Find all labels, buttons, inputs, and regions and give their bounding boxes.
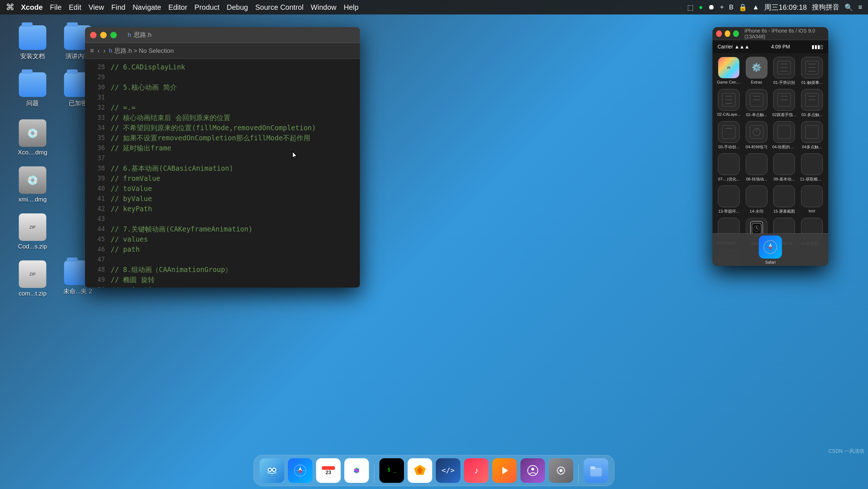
menubar-icon-screen[interactable]: ⬚ [687, 3, 694, 12]
window-minimize-btn[interactable] [100, 32, 107, 38]
desktop-icon-com-zip[interactable]: ZIP com...t.zip [11, 260, 54, 297]
app-item-04-multitouch[interactable]: 04多点触... [800, 121, 824, 150]
dock-finder[interactable] [260, 458, 284, 483]
app-icon-test [801, 186, 823, 207]
app-item-test[interactable]: test [800, 186, 824, 214]
app-label-04-multitouch: 04多点触... [802, 144, 822, 150]
dock-folder[interactable] [584, 458, 608, 483]
code-line-32: 32 // =.= [85, 102, 360, 112]
menubar-xcode[interactable]: Xcode [21, 3, 43, 12]
code-line-50: 50 // animations [85, 285, 360, 288]
menubar-source-control[interactable]: Source Control [255, 3, 303, 12]
menubar-find[interactable]: Find [111, 3, 125, 12]
dock-safari[interactable]: Safari [759, 235, 782, 264]
dock-safari-main[interactable] [288, 458, 312, 483]
svg-rect-21 [722, 126, 735, 139]
app-item-03-manual[interactable]: 03-手动创... [717, 121, 741, 150]
code-line-48: 48 // 8.组动画（CAAnimationGroup） [85, 264, 360, 275]
dock-xcode[interactable]: </> [436, 458, 460, 483]
sim-carrier: Carrier ▲▲▲ [718, 44, 749, 50]
menubar-icon-plus[interactable]: + [720, 3, 724, 11]
desktop-icon-xco-dmg[interactable]: 💿 Xco....dmg [11, 119, 54, 156]
desktop-icon-cod-zip[interactable]: ZIP Cod...s.zip [11, 213, 54, 250]
code-line-47: 47 [85, 254, 360, 264]
code-area[interactable]: 28 // 6.CADisplayLink 29 30 // 5.核心动画 简介… [85, 59, 360, 288]
app-item-07-opt[interactable]: 07-...(优化... [717, 153, 741, 182]
dock-music[interactable]: ♪ [464, 458, 489, 483]
svg-text:♪: ♪ [474, 465, 478, 475]
menubar-window[interactable]: Window [311, 3, 336, 12]
svg-rect-66 [590, 466, 595, 469]
code-line-39: 39 // fromValue [85, 173, 360, 183]
dock-photos[interactable] [344, 458, 369, 483]
app-item-extras[interactable]: ⚙️ Extras [745, 57, 769, 85]
app-item-game-center[interactable]: 🎮 Game Center [717, 57, 741, 85]
menubar-icon-bt[interactable]: B [729, 3, 734, 11]
app-icon-04-draw [773, 121, 795, 143]
code-line-38: 38 // 6.基本动画(CABasicAnimation) [85, 163, 360, 173]
menubar-navigate[interactable]: Navigate [133, 3, 161, 12]
code-line-45: 45 // values [85, 234, 360, 244]
svg-point-62 [531, 468, 534, 471]
sim-max-btn[interactable] [733, 30, 739, 37]
svg-rect-26 [778, 126, 791, 139]
menubar-edit[interactable]: Edit [69, 3, 81, 12]
sim-close-btn[interactable] [716, 30, 722, 37]
xcode-filename: 思路.h [134, 31, 151, 39]
app-label-01-gesture: 01-手势识别 [773, 80, 795, 85]
app-item-01-touch[interactable]: 01-触摸事... [800, 57, 824, 85]
menubar-icon-wifi[interactable]: ▲ [752, 3, 759, 11]
app-icon-08-transition [746, 153, 767, 175]
code-line-36: 36 // 延时输出frame [85, 143, 360, 153]
menubar-icon-record[interactable]: ⏺ [708, 3, 715, 11]
app-item-15-screencap[interactable]: 15-屏幕截图 [772, 186, 796, 214]
xcode-forward-btn[interactable]: › [103, 47, 106, 55]
app-item-02-follow[interactable]: 02跟着手指... [772, 89, 796, 118]
desktop-icon-安装文档[interactable]: 安装文档 [11, 25, 54, 60]
dock-calendar[interactable]: 23 [316, 458, 341, 483]
app-item-09-basic[interactable]: 09-基本动... [772, 153, 796, 182]
app-item-14-watermark[interactable]: 14-水印 [745, 186, 769, 214]
menubar-debug[interactable]: Debug [227, 3, 248, 12]
app-item-08-transition[interactable]: 08-转场动... [745, 153, 769, 182]
window-close-btn[interactable] [90, 32, 97, 38]
menubar-product[interactable]: Product [195, 3, 220, 12]
menubar-file[interactable]: File [50, 3, 61, 12]
dock-alfred[interactable] [520, 458, 545, 483]
dock-video[interactable] [492, 458, 517, 483]
app-item-13-ring[interactable]: 13-带圆环... [717, 186, 741, 214]
code-line-28: 28 // 6.CADisplayLink [85, 62, 360, 72]
window-maximize-btn[interactable] [110, 32, 117, 38]
menubar-search[interactable]: 🔍 [844, 3, 853, 12]
dock-terminal[interactable]: $ _ [379, 458, 404, 483]
svg-marker-60 [502, 467, 508, 474]
menubar-help[interactable]: Help [344, 3, 358, 12]
svg-point-40 [273, 469, 275, 471]
menubar-list[interactable]: ≡ [858, 3, 862, 11]
app-item-04-clock[interactable]: 04-时钟练习 [745, 121, 769, 150]
dock-sketch[interactable] [408, 458, 432, 483]
app-label-02-single: 02-单点触... [746, 112, 767, 118]
sim-min-btn[interactable] [725, 30, 731, 37]
svg-text:23: 23 [326, 469, 331, 475]
menubar-icon-lock[interactable]: 🔒 [739, 3, 747, 12]
menubar-ime[interactable]: 搜狗拼音 [812, 3, 839, 12]
dock-system-prefs[interactable] [549, 458, 573, 483]
sim-dock: Safari [712, 233, 828, 266]
app-item-03-multi[interactable]: 03-多点触... [800, 89, 824, 118]
desktop-icon-xmi-dmg[interactable]: 💿 xmi....dmg [11, 166, 54, 203]
menubar-view[interactable]: View [89, 3, 104, 12]
app-item-02-calayer[interactable]: 02-CALaye... [717, 89, 741, 118]
app-item-11-screenshot[interactable]: 11-获取截剪... [800, 153, 824, 182]
desktop-icon-问题[interactable]: 问题 [11, 72, 54, 107]
xcode-back-btn[interactable]: ‹ [98, 47, 100, 55]
app-icon-04-multitouch [801, 121, 823, 143]
app-item-01-gesture[interactable]: 01-手势识别 [772, 57, 796, 85]
app-label-game-center: Game Center [717, 80, 741, 84]
app-item-02-single[interactable]: 02-单点触... [745, 89, 769, 118]
apple-menu[interactable]: ⌘ [6, 2, 14, 12]
sim-battery: ▮▮▮▯ [812, 44, 823, 50]
app-item-04-draw[interactable]: 04-绘图的方式 [772, 121, 796, 150]
menubar-editor[interactable]: Editor [169, 3, 187, 12]
app-label-08-transition: 08-转场动... [746, 177, 767, 182]
